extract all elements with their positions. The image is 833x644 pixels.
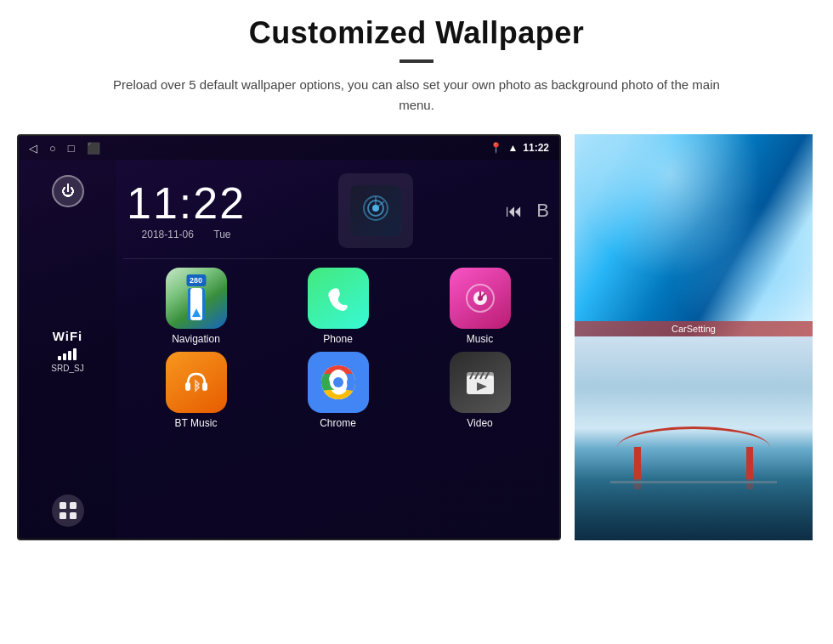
wifi-widget: WiFi SRD_SJ <box>51 329 83 373</box>
wifi-status-icon: ▲ <box>507 142 518 154</box>
wifi-bar-4 <box>73 348 76 360</box>
status-right: 📍 ▲ 11:22 <box>490 142 549 154</box>
nav-arrow <box>192 308 201 317</box>
app-item-navigation[interactable]: 280 Navigation <box>127 268 265 345</box>
clock-info: 11:22 2018-11-06 Tue <box>127 181 246 240</box>
app-label-bt-music: BT Music <box>175 417 218 429</box>
chrome-icon <box>308 352 369 413</box>
music-svg <box>463 281 497 315</box>
page-title: Customized Wallpaper <box>249 15 585 51</box>
svg-rect-15 <box>202 382 207 391</box>
skip-back-button[interactable]: ⏮ <box>506 201 523 221</box>
wallpaper-ice-cave[interactable]: CarSetting <box>575 134 813 336</box>
apps-grid-button[interactable] <box>52 494 84 527</box>
clock-time: 11:22 <box>127 181 246 225</box>
phone-svg <box>322 282 354 314</box>
svg-rect-1 <box>70 502 76 509</box>
ice-cave-image: CarSetting <box>575 134 813 336</box>
media-icon-inner <box>350 185 401 236</box>
screenshot-icon[interactable]: ⬛ <box>87 142 100 155</box>
carsetting-label: CarSetting <box>575 321 813 336</box>
power-icon: ⏻ <box>61 184 75 199</box>
content-area: ◁ ○ □ ⬛ 📍 ▲ 11:22 ⏻ <box>17 134 816 540</box>
wifi-bar-3 <box>68 351 71 360</box>
video-svg <box>462 364 499 401</box>
app-label-music: Music <box>467 333 493 345</box>
recent-icon[interactable]: □ <box>68 142 75 155</box>
android-screen: ◁ ○ □ ⬛ 📍 ▲ 11:22 ⏻ <box>17 134 561 540</box>
status-left: ◁ ○ □ ⬛ <box>29 142 100 155</box>
music-icon <box>450 268 511 329</box>
app-item-chrome[interactable]: Chrome <box>269 352 407 429</box>
power-button[interactable]: ⏻ <box>52 175 84 207</box>
android-main: ⏻ WiFi SRD_SJ <box>19 160 559 539</box>
clock-area: 11:22 2018-11-06 Tue <box>123 167 552 259</box>
svg-rect-0 <box>60 502 66 509</box>
water-reflection <box>575 479 813 540</box>
wifi-ssid: SRD_SJ <box>51 364 83 373</box>
app-label-chrome: Chrome <box>320 417 356 429</box>
wallpaper-golden-gate[interactable] <box>575 336 813 540</box>
clock-day-value: Tue <box>213 229 230 240</box>
status-bar: ◁ ○ □ ⬛ 📍 ▲ 11:22 <box>19 136 559 160</box>
android-center: 11:22 2018-11-06 Tue <box>116 160 559 539</box>
media-widget <box>338 173 413 248</box>
app-label-phone: Phone <box>323 333 353 345</box>
svg-rect-14 <box>185 382 190 391</box>
svg-rect-3 <box>70 512 76 519</box>
video-icon <box>450 352 511 413</box>
cast-svg <box>360 193 391 223</box>
apps-grid: 280 Navigation <box>123 268 552 429</box>
clock-date: 2018-11-06 Tue <box>127 229 246 240</box>
cast-icon <box>360 193 391 229</box>
golden-gate-image <box>575 336 813 540</box>
phone-icon <box>308 268 369 329</box>
page-wrapper: Customized Wallpaper Preload over 5 defa… <box>0 0 833 540</box>
bluetooth-button[interactable]: B <box>536 200 549 222</box>
chrome-svg <box>316 360 360 404</box>
status-time: 11:22 <box>523 142 549 154</box>
app-item-bt-music[interactable]: BT Music <box>127 352 265 429</box>
svg-rect-2 <box>60 512 66 519</box>
title-divider <box>400 59 434 63</box>
nav-badge: 280 <box>186 274 206 286</box>
page-subtitle: Preload over 5 default wallpaper options… <box>110 75 722 116</box>
app-item-music[interactable]: Music <box>411 268 549 345</box>
app-item-video[interactable]: Video <box>411 352 549 429</box>
media-controls: ⏮ B <box>506 200 549 222</box>
android-sidebar: ⏻ WiFi SRD_SJ <box>19 160 116 539</box>
home-icon[interactable]: ○ <box>49 142 56 155</box>
app-item-phone[interactable]: Phone <box>269 268 407 345</box>
bt-music-icon <box>166 352 227 413</box>
bridge-cable <box>617 427 770 469</box>
clock-date-value: 2018-11-06 <box>142 229 194 240</box>
location-icon: 📍 <box>490 142 502 154</box>
back-icon[interactable]: ◁ <box>29 142 37 155</box>
wifi-bar-2 <box>63 353 66 360</box>
svg-point-18 <box>333 377 343 387</box>
app-label-video: Video <box>467 417 492 429</box>
wallpaper-thumbnails: CarSetting <box>575 134 813 540</box>
grid-icon <box>59 501 77 520</box>
wifi-bar-1 <box>58 356 61 360</box>
bt-svg <box>179 365 213 399</box>
app-label-navigation: Navigation <box>172 333 220 345</box>
wifi-bars <box>51 347 83 360</box>
navigation-icon: 280 <box>166 268 227 329</box>
wifi-label: WiFi <box>51 329 83 343</box>
